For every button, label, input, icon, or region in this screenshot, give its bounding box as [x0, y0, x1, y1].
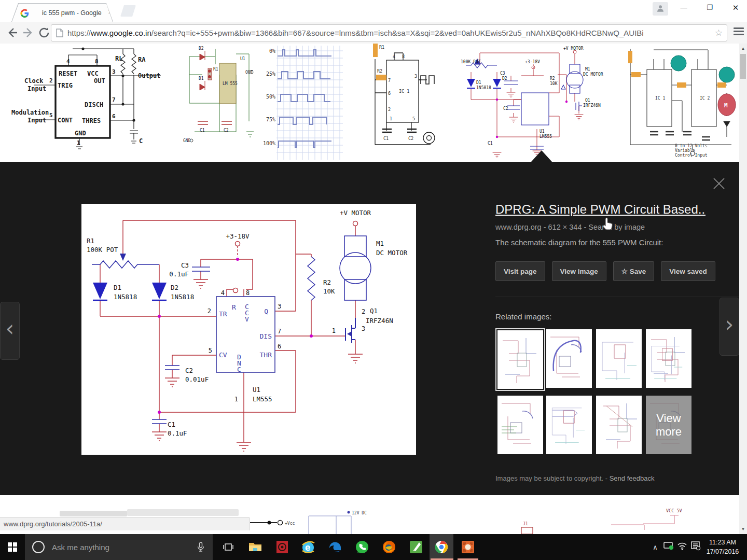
browser-tab[interactable]: ic 555 pwm - Google Sea ✕ [11, 3, 113, 22]
preview-callout-arrow [531, 150, 552, 162]
tab-title: ic 555 pwm - Google Sea [42, 9, 103, 17]
label: IC 1 [399, 89, 409, 94]
label-d1: D1 [114, 284, 121, 291]
pin-2: 2 [208, 307, 211, 315]
result-thumb-6[interactable]: M IC 1 IC 2 0 to 12 Volts Variable Contr… [625, 44, 739, 162]
file-explorer-button[interactable] [244, 534, 267, 560]
result-thumb-2[interactable]: D2 R1 D1 U1 LM 555 C1 C2 GND OUT [179, 44, 256, 162]
label-d2v: 1N5818 [171, 293, 194, 301]
pin-8: 8 [246, 289, 250, 297]
result-thumb-3[interactable]: 0% 25% 50% 75% 100% [262, 44, 345, 162]
label: U1 [540, 129, 545, 134]
green-app-button[interactable] [405, 534, 427, 560]
related-thumb-2[interactable] [546, 329, 592, 388]
tray-display-icon[interactable] [662, 541, 675, 553]
chrome-menu-icon[interactable] [734, 27, 744, 37]
status-bar-link: www.dprg.org/tutorials/2005-11a/ [0, 517, 250, 530]
pin: 7 [112, 96, 116, 103]
label: RESET [59, 70, 77, 77]
whatsapp-button[interactable] [351, 534, 374, 560]
window-close-button[interactable]: ✕ [724, 0, 747, 16]
copyright-text: Images may be subject to copyright. [495, 474, 603, 482]
view-saved-button[interactable]: View saved [661, 261, 715, 281]
scroll-up-icon[interactable]: ▲ [739, 45, 747, 52]
copyright-row: Images may be subject to copyright. - Se… [495, 474, 654, 482]
profile-avatar[interactable] [653, 2, 668, 16]
app-red-button[interactable] [271, 534, 294, 560]
related-thumb-view-more[interactable]: View more [646, 396, 691, 454]
task-view-button[interactable] [217, 534, 240, 560]
chrome-button-active[interactable] [430, 534, 453, 560]
close-preview-icon[interactable] [711, 175, 727, 192]
pin: 2 [388, 107, 391, 112]
preview-image[interactable]: R1 100K POT D1 1N5818 D2 1N5818 C3 0.1uF… [81, 204, 416, 455]
image-results-strip: RESET VCC TRIG OUT DISCH CONT THRES GND … [0, 44, 747, 162]
scroll-down-icon[interactable]: ▼ [739, 525, 747, 533]
back-button[interactable] [5, 26, 19, 39]
tray-expand-icon[interactable]: ∧ [648, 543, 662, 551]
page-scrollbar[interactable]: ▲ ▼ [739, 44, 747, 534]
send-feedback-link[interactable]: Send feedback [610, 474, 655, 482]
pin: 4 [66, 58, 70, 65]
orange-recorder-icon [461, 540, 475, 554]
related-thumb-3[interactable] [596, 329, 642, 388]
visit-page-button[interactable]: Visit page [495, 261, 545, 281]
internet-explorer-button[interactable]: e [297, 534, 320, 560]
microphone-icon[interactable] [197, 542, 204, 552]
cortana-search-box[interactable]: Ask me anything [25, 534, 213, 560]
firefox-icon [382, 540, 396, 554]
label: GND [75, 130, 86, 137]
pin: 4 [393, 54, 395, 59]
result-thumb-1[interactable]: RESET VCC TRIG OUT DISCH CONT THRES GND … [0, 44, 176, 162]
label: TRIG [58, 82, 73, 89]
label-q1: Q1 [370, 307, 378, 315]
firefox-button[interactable] [378, 534, 400, 560]
label: IRFZ46N [583, 103, 601, 108]
chip-cv: CV [219, 351, 227, 359]
related-thumb-1-selected[interactable] [497, 330, 543, 389]
related-thumb-6[interactable] [546, 396, 592, 454]
window-minimize-button[interactable]: — [672, 0, 695, 16]
result-thumb-4[interactable]: R1 R2 IC 1 4 8 7 6 2 1 5 3 C1 C2 [371, 44, 438, 162]
bookmark-star-icon[interactable]: ☆ [715, 27, 723, 38]
chip-v3: V [245, 315, 249, 323]
label: LM555 [540, 134, 552, 139]
result-thumb-5-selected[interactable]: 100K POT D1 1N5818 D2 C3 +3-18V +V MOTOR… [457, 44, 607, 162]
url-bar[interactable]: https://www.google.co.in/search?q=ic+555… [51, 24, 727, 41]
forward-button[interactable] [22, 26, 35, 39]
preview-meta[interactable]: www.dprg.org - 612 × 344 - Search by ima… [495, 223, 645, 231]
clock-date: 17/07/2016 [702, 547, 743, 556]
label: C3 [500, 71, 505, 76]
tray-wifi-icon[interactable] [675, 542, 689, 552]
new-tab-button[interactable] [120, 5, 136, 17]
chip-n3: C [237, 366, 241, 373]
recorder-app-button[interactable] [457, 534, 479, 560]
related-thumb-5[interactable] [497, 396, 543, 454]
label-c1: C1 [168, 421, 175, 428]
related-thumb-7[interactable] [596, 396, 642, 454]
view-image-button[interactable]: View image [552, 261, 606, 281]
edge-button[interactable] [324, 534, 347, 560]
label: Control Input [675, 153, 708, 158]
pin: 3 [112, 68, 116, 75]
tab-close-icon[interactable]: ✕ [108, 9, 113, 16]
label: C2 [503, 106, 508, 111]
start-button[interactable] [0, 534, 25, 560]
preview-title-link[interactable]: DPRG: A Simple PWM Circuit Based... [495, 202, 706, 217]
tray-action-center-icon[interactable] [689, 541, 702, 553]
label: LM 555 [223, 81, 238, 86]
green-pen-app-icon [409, 540, 423, 554]
reload-button[interactable] [37, 26, 51, 39]
previous-image-button[interactable]: ‹ [0, 302, 20, 360]
pin-q1-3: 3 [362, 325, 365, 332]
scrollbar-thumb[interactable] [740, 54, 746, 79]
view-more-overlay[interactable]: View more [646, 396, 691, 454]
related-thumb-4[interactable] [646, 329, 691, 388]
window-maximize-button[interactable]: ❐ [698, 0, 721, 16]
save-button[interactable]: ☆ Save [613, 261, 654, 281]
tray-clock[interactable]: 11:23 AM 17/07/2016 [702, 538, 743, 556]
next-image-button[interactable]: › [720, 298, 739, 356]
pin: 8 [402, 54, 405, 59]
label: DC MOTOR [583, 72, 603, 77]
label: C [139, 137, 143, 145]
